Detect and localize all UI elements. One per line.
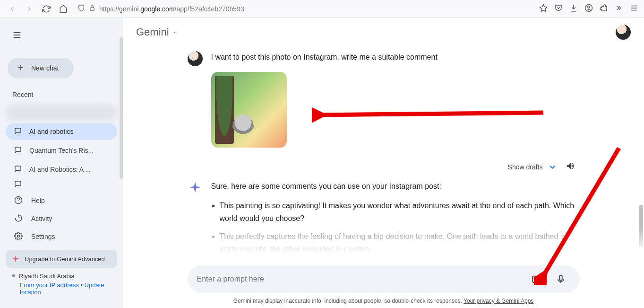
location-info: Riyadh Saudi Arabia From your IP address… — [12, 273, 111, 296]
browser-toolbar: https://gemini.google.com/app/f52afc4eb2… — [0, 0, 644, 18]
help-icon — [14, 196, 23, 206]
svg-point-6 — [534, 278, 535, 279]
location-city: Riyadh Saudi Arabia — [19, 273, 75, 280]
shield-icon — [77, 4, 85, 13]
app-name-label: Gemini — [136, 26, 169, 38]
prompt-input[interactable] — [197, 275, 521, 283]
chat-item-active[interactable]: AI and robotics — [6, 123, 117, 140]
chat-item-label: Quantum Tech's Ris... — [29, 147, 94, 154]
chat-item-label: AI and Robotics: A ... — [29, 166, 91, 173]
activity-link[interactable]: Activity — [6, 210, 117, 227]
sidebar-menu-toggle[interactable] — [8, 26, 26, 44]
main-content: Gemini I want to post this photo on Inst… — [123, 18, 644, 308]
svg-point-4 — [17, 235, 20, 237]
activity-label: Activity — [31, 215, 52, 222]
recent-heading: Recent — [12, 91, 111, 98]
user-message-text: I want to post this photo on Instagram, … — [211, 51, 438, 66]
new-chat-button[interactable]: New chat — [8, 58, 74, 79]
home-button[interactable] — [57, 2, 70, 16]
back-button[interactable] — [6, 2, 19, 16]
chat-item[interactable] — [6, 104, 117, 121]
pocket-icon[interactable] — [554, 4, 563, 14]
chat-icon — [14, 180, 22, 189]
show-drafts-button[interactable]: Show drafts — [508, 162, 557, 172]
user-message-row: I want to post this photo on Instagram, … — [188, 51, 580, 66]
attached-image[interactable] — [211, 72, 287, 148]
app-name-dropdown[interactable]: Gemini — [136, 26, 178, 38]
sidebar: New chat Recent AI and robotics Quantum … — [0, 18, 123, 308]
ai-bullet: This perfectly captures the feeling of h… — [220, 230, 580, 255]
app-header: Gemini — [123, 18, 644, 46]
privacy-link[interactable]: Your privacy & Gemini Apps — [464, 298, 533, 304]
chat-icon — [14, 165, 22, 174]
show-drafts-label: Show drafts — [508, 163, 543, 171]
sidebar-scrollbar[interactable] — [120, 37, 123, 179]
chat-item-label: AI and robotics — [29, 128, 73, 135]
ip-address-link[interactable]: From your IP address — [20, 282, 79, 289]
reload-button[interactable] — [40, 2, 53, 16]
svg-point-2 — [588, 6, 590, 8]
new-chat-label: New chat — [31, 64, 59, 72]
chevron-down-icon — [548, 162, 557, 172]
settings-link[interactable]: Settings — [6, 228, 117, 245]
ai-bullet: This painting is so captivating! It make… — [220, 199, 580, 225]
url-text: https://gemini.google.com/app/f52afc4eb2… — [99, 5, 244, 13]
ai-intro-text: Sure, here are some comments you can use… — [211, 180, 580, 193]
upgrade-button[interactable]: Upgrade to Gemini Advanced — [6, 250, 117, 268]
gear-icon — [14, 232, 23, 242]
prompt-input-container — [188, 265, 580, 293]
chat-item[interactable]: AI and Robotics: A ... — [6, 161, 117, 178]
help-link[interactable]: Help — [6, 192, 117, 209]
user-avatar[interactable] — [616, 25, 631, 40]
chat-item[interactable] — [6, 180, 117, 189]
chevron-down-icon — [172, 29, 178, 35]
chat-icon — [14, 146, 22, 155]
settings-label: Settings — [31, 233, 55, 240]
gemini-spark-icon — [188, 180, 203, 195]
upload-image-button[interactable] — [527, 270, 546, 289]
help-label: Help — [31, 197, 45, 204]
account-icon[interactable] — [584, 4, 593, 14]
bookmark-star-icon[interactable] — [539, 4, 548, 14]
speaker-icon[interactable] — [566, 161, 576, 173]
upgrade-label: Upgrade to Gemini Advanced — [25, 255, 105, 263]
disclaimer-text: Gemini may display inaccurate info, incl… — [136, 298, 631, 304]
chat-item[interactable]: Quantum Tech's Ris... — [6, 142, 117, 159]
gemini-advanced-icon — [11, 255, 20, 263]
location-dot-icon — [12, 274, 15, 277]
lock-icon — [89, 5, 95, 13]
overflow-icon[interactable] — [615, 4, 623, 14]
ai-response-row: Sure, here are some comments you can use… — [188, 180, 580, 260]
address-bar[interactable]: https://gemini.google.com/app/f52afc4eb2… — [74, 4, 535, 13]
forward-button[interactable] — [23, 2, 36, 16]
plus-icon — [16, 63, 25, 73]
user-message-avatar — [188, 51, 203, 66]
menu-icon[interactable] — [630, 4, 638, 14]
extensions-icon[interactable] — [600, 4, 608, 14]
svg-rect-0 — [90, 8, 94, 10]
downloads-icon[interactable] — [569, 4, 578, 14]
chat-icon — [14, 127, 22, 136]
ai-message-content: Sure, here are some comments you can use… — [211, 180, 580, 260]
svg-rect-7 — [559, 275, 562, 281]
activity-icon — [14, 214, 23, 224]
microphone-button[interactable] — [551, 270, 570, 289]
